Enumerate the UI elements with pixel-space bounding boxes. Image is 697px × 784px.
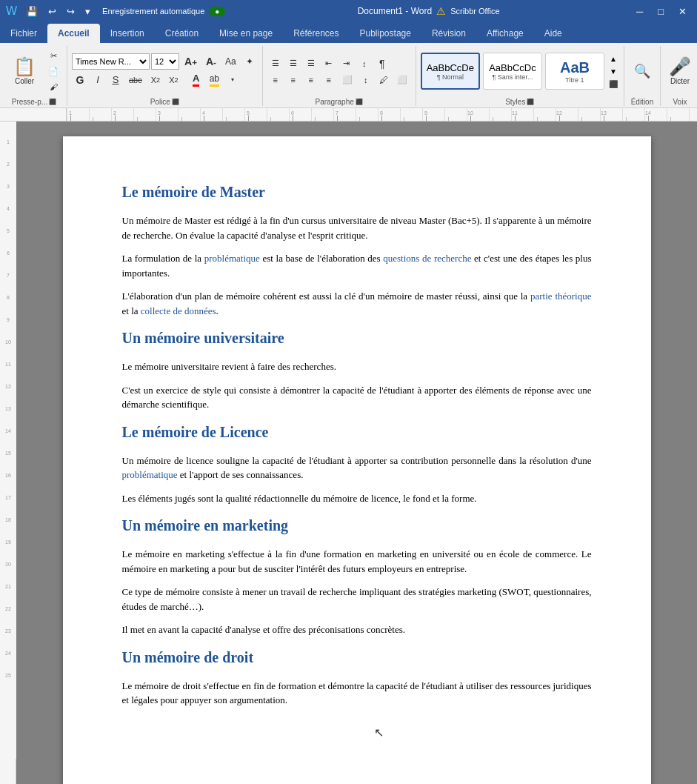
style-sans-interligne-button[interactable]: AaBbCcDc ¶ Sans inter... — [483, 53, 542, 90]
svg-text:5: 5 — [7, 228, 10, 233]
svg-text:24: 24 — [5, 651, 11, 656]
edition-content: 🔍 — [629, 46, 656, 96]
link-problematique-2[interactable]: problématique — [122, 469, 178, 480]
svg-text:11: 11 — [5, 362, 11, 367]
style-normal-preview: AaBbCcDe — [427, 62, 474, 73]
indent-decrease-button[interactable]: ⇤ — [321, 56, 337, 71]
doc-scroll-area[interactable]: Le mémoire de Master Un mémoire de Maste… — [16, 122, 697, 784]
case-button[interactable]: Aa — [221, 54, 240, 69]
align-right-button[interactable]: ≡ — [303, 73, 319, 87]
list-ordered-button[interactable]: ☰ — [285, 56, 301, 71]
voix-content: 🎤 Dicter — [664, 46, 696, 96]
subscript-button[interactable]: X2 — [147, 73, 164, 87]
indent-increase-button[interactable]: ⇥ — [339, 56, 355, 71]
dicter-button[interactable]: 🎤 Dicter — [664, 52, 696, 90]
link-problematique-1[interactable]: problématique — [204, 253, 260, 264]
title-bar-left: W 💾 ↩ ↪ ▾ Enregistrement automatique ● — [6, 4, 225, 19]
highlight-button[interactable]: ab — [206, 71, 223, 89]
sort-button[interactable]: ↕ — [356, 56, 373, 71]
italic-button[interactable]: I — [90, 72, 106, 87]
style-titre1-button[interactable]: AaB Titre 1 — [545, 53, 604, 90]
link-partie-theorique[interactable]: partie théorique — [530, 290, 592, 302]
expand-icon[interactable]: ⬛ — [49, 99, 56, 105]
svg-text:5: 5 — [247, 110, 250, 116]
tab-mise-en-page[interactable]: Mise en page — [209, 24, 283, 43]
styles-scroll-down[interactable]: ▼ — [607, 65, 619, 77]
superscript-button[interactable]: X2 — [165, 73, 181, 87]
tab-insertion[interactable]: Insertion — [100, 24, 155, 43]
svg-text:6: 6 — [291, 110, 294, 116]
tab-fichier[interactable]: Fichier — [0, 24, 47, 43]
minimize-button[interactable]: ─ — [632, 4, 647, 19]
clear-format-button[interactable]: ✦ — [241, 54, 258, 69]
column-button[interactable]: ⬜ — [339, 73, 356, 87]
coller-icon: 📋 — [13, 58, 36, 76]
copier-button[interactable]: 📄 — [44, 64, 62, 79]
font-name-select[interactable]: Times New R... — [72, 53, 150, 70]
tab-publipostage[interactable]: Publipostage — [350, 24, 421, 43]
couper-button[interactable]: ✂ — [44, 48, 62, 63]
increase-font-button[interactable]: A+ — [181, 53, 201, 70]
align-center-button[interactable]: ≡ — [285, 73, 301, 87]
search-edition-button[interactable]: 🔍 — [629, 58, 656, 84]
svg-rect-6 — [159, 116, 160, 122]
pilcrow-button[interactable]: ¶ — [374, 56, 390, 72]
strikethrough-button[interactable]: abc — [125, 73, 146, 87]
tab-aide[interactable]: Aide — [534, 24, 573, 43]
bold-button[interactable]: G — [72, 72, 88, 88]
reproduire-button[interactable]: 🖌 — [44, 79, 62, 94]
para-expand-icon[interactable]: ⬛ — [356, 99, 363, 105]
styles-expand[interactable]: ⬛ — [607, 78, 619, 90]
autosave-toggle[interactable]: ● — [209, 7, 225, 16]
para-licence-1: Un mémoire de licence souligne la capaci… — [122, 454, 592, 482]
undo-button[interactable]: ↩ — [44, 4, 61, 19]
coller-button[interactable]: 📋 Coller — [6, 52, 43, 90]
align-justify-button[interactable]: ≡ — [321, 73, 337, 87]
heading-1: Le mémoire de Master — [122, 181, 592, 203]
para-row1: ☰ ☰ ☰ ⇤ ⇥ ↕ ¶ — [267, 56, 411, 72]
customize-button[interactable]: ▾ — [81, 4, 95, 19]
svg-rect-29 — [493, 117, 493, 122]
link-questions-recherche[interactable]: questions de recherche — [383, 253, 471, 264]
list-multi-button[interactable]: ☰ — [303, 56, 319, 71]
styles-expand-icon[interactable]: ⬛ — [527, 99, 534, 105]
tab-creation[interactable]: Création — [155, 24, 209, 43]
heading-5: Un mémoire de droit — [122, 646, 592, 668]
svg-text:16: 16 — [5, 473, 11, 478]
police-expand-icon[interactable]: ⬛ — [172, 99, 179, 105]
svg-text:25: 25 — [5, 673, 11, 678]
svg-text:3: 3 — [158, 110, 161, 116]
align-left-button[interactable]: ≡ — [267, 73, 284, 87]
redo-button[interactable]: ↪ — [62, 4, 79, 19]
svg-rect-12 — [248, 116, 249, 122]
font-color-arrow[interactable]: ▾ — [224, 73, 241, 87]
svg-rect-36 — [604, 116, 604, 122]
list-unordered-button[interactable]: ☰ — [267, 56, 284, 71]
save-button[interactable]: 💾 — [21, 4, 42, 19]
svg-text:1: 1 — [69, 110, 72, 116]
style-normal-button[interactable]: AaBbCcDe ¶ Normal — [421, 53, 480, 90]
styles-scroll-up[interactable]: ▲ — [607, 53, 619, 64]
para-master-2: La formulation de la problématique est l… — [122, 251, 592, 280]
decrease-font-button[interactable]: A- — [202, 53, 220, 70]
tab-revision[interactable]: Révision — [421, 24, 476, 43]
close-button[interactable]: ✕ — [674, 4, 691, 19]
font-color-button[interactable]: A — [188, 70, 204, 89]
heading-3: Le mémoire de Licence — [122, 421, 592, 443]
svg-text:21: 21 — [5, 584, 11, 589]
maximize-button[interactable]: □ — [653, 4, 668, 19]
svg-rect-2 — [93, 117, 93, 122]
title-bar-center: Document1 - Word ⚠ Scribbr Office — [225, 5, 632, 17]
tab-references[interactable]: Références — [283, 24, 349, 43]
fill-color-button[interactable]: 🖊 — [376, 73, 392, 87]
tab-affichage[interactable]: Affichage — [476, 24, 534, 43]
tab-accueil[interactable]: Accueil — [47, 24, 100, 43]
svg-rect-23 — [404, 117, 404, 122]
line-spacing-button[interactable]: ↕ — [358, 73, 374, 87]
para-licence-2: Les éléments jugés sont la qualité rédac… — [122, 491, 592, 506]
font-size-select[interactable]: 12 — [151, 53, 179, 70]
title-bar: W 💾 ↩ ↪ ▾ Enregistrement automatique ● D… — [0, 0, 697, 22]
link-collecte-donnees[interactable]: collecte de données — [141, 305, 216, 316]
border-button[interactable]: ⬜ — [393, 73, 411, 87]
underline-button[interactable]: S — [107, 72, 124, 87]
